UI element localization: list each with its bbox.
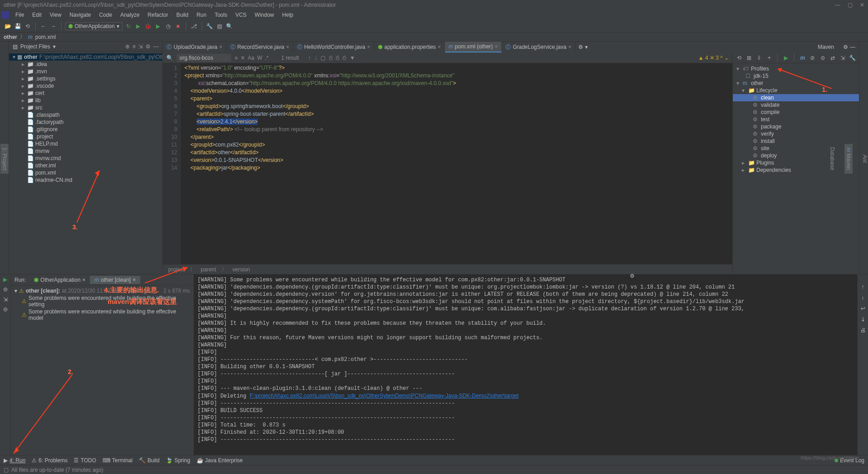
menu-help[interactable]: Help: [278, 11, 297, 19]
minimize-icon[interactable]: —: [835, 2, 840, 8]
run-result-tree[interactable]: ▾⚠ other [clean]: at 2020/12/30 11:20 wi…: [11, 285, 193, 455]
run-tab-clean[interactable]: mother [clean]×: [90, 276, 140, 284]
menu-refactor[interactable]: Refactor: [144, 11, 172, 19]
console-up-icon[interactable]: ↑: [862, 284, 864, 290]
console-down-icon[interactable]: ↓: [862, 294, 864, 301]
select-opened-icon[interactable]: ⊕: [125, 43, 130, 50]
chevron-down-icon[interactable]: ▾: [585, 44, 588, 50]
expand-all-icon[interactable]: ≡: [132, 43, 136, 50]
stop-icon[interactable]: ■: [174, 22, 182, 30]
run-warning-row[interactable]: ⚠Some problems were encountered while bu…: [14, 294, 190, 308]
rerun-icon[interactable]: ▶: [3, 276, 7, 283]
tree-item[interactable]: 📄pom.xml: [9, 169, 162, 176]
maven-lifecycle[interactable]: ▾📁Lifecycle: [733, 87, 859, 94]
editor-tab[interactable]: mpom.xml (other)×: [445, 42, 502, 52]
find-input[interactable]: [177, 54, 231, 62]
database-tool-tab[interactable]: Database: [829, 147, 835, 170]
debug-icon[interactable]: 🐞: [144, 22, 152, 30]
save-icon[interactable]: 💾: [14, 22, 22, 30]
menu-build[interactable]: Build: [173, 11, 192, 19]
menu-run[interactable]: Run: [193, 11, 210, 19]
tree-item[interactable]: 📄.classpath: [9, 111, 162, 118]
menu-window[interactable]: Window: [251, 11, 278, 19]
close-window-icon[interactable]: ✕: [860, 2, 864, 8]
wrench-icon[interactable]: 🔧: [206, 22, 214, 30]
console-scroll-icon[interactable]: ⤓: [861, 316, 865, 322]
menu-code[interactable]: Code: [95, 11, 116, 19]
tree-item[interactable]: ▸.idea: [9, 61, 162, 68]
bottom-tab[interactable]: ▶4: Run: [4, 457, 25, 464]
menu-edit[interactable]: Edit: [28, 11, 45, 19]
hide-panel-icon[interactable]: —: [153, 43, 159, 50]
tree-item[interactable]: 📄HELP.md: [9, 140, 162, 147]
crumb-version[interactable]: version: [232, 266, 250, 273]
maximize-icon[interactable]: ▢: [848, 2, 853, 8]
maven-wrench-icon[interactable]: 🔧: [849, 54, 856, 62]
maven-add-icon[interactable]: +: [765, 54, 773, 62]
maven-jdk15[interactable]: ☐jdk-15: [733, 72, 859, 80]
console-settings-icon[interactable]: [630, 273, 635, 279]
tree-item[interactable]: 📄.gitignore: [9, 126, 162, 133]
collapse-icon[interactable]: ⇲: [138, 43, 143, 50]
maven-goal-deploy[interactable]: deploy: [733, 152, 859, 159]
project-panel-title[interactable]: Project Files: [20, 43, 50, 50]
maven-goal-install[interactable]: install: [733, 137, 859, 145]
close-icon[interactable]: ×: [568, 44, 571, 50]
project-tool-tab[interactable]: 1: Project: [0, 144, 9, 174]
editor-tab[interactable]: ⒸRecordService.java×: [226, 42, 293, 52]
maven-hide-icon[interactable]: —: [850, 44, 855, 50]
maven-run-icon[interactable]: ▶: [782, 54, 789, 62]
maven-tool-tab[interactable]: m Maven: [844, 144, 853, 173]
run-tab-otherapp[interactable]: ⬢OtherApplication×: [29, 276, 90, 284]
open-icon[interactable]: 📂: [4, 22, 12, 30]
maven-download-icon[interactable]: ⇩: [755, 54, 763, 62]
maven-offline-icon[interactable]: ⊝: [819, 54, 826, 62]
editor-tab[interactable]: ⒸHelloWorldController.java×: [293, 42, 374, 52]
profile-icon[interactable]: ◷: [164, 22, 172, 30]
find-filter-icon[interactable]: ▼: [349, 55, 355, 61]
maven-profiles[interactable]: ▾🏷Profiles: [733, 65, 859, 72]
maven-goal-compile[interactable]: compile: [733, 109, 859, 116]
maven-goal-clean[interactable]: clean: [733, 94, 859, 101]
tree-item[interactable]: 📄readme-CN.md: [9, 176, 162, 184]
maven-goal-package[interactable]: package: [733, 123, 859, 130]
coverage-icon[interactable]: ▶: [154, 22, 162, 30]
maven-tree[interactable]: ▾🏷Profiles ☐jdk-15 ▾mother ▾📁Lifecycle c…: [733, 63, 859, 274]
tree-item[interactable]: ▸lib: [9, 97, 162, 104]
bottom-tab[interactable]: ⚠6: Problems: [32, 457, 67, 464]
tree-item[interactable]: 📄mvnw.cmd: [9, 155, 162, 162]
gear-icon[interactable]: [578, 44, 583, 50]
maven-dependencies[interactable]: ▸📁Dependencies: [733, 166, 859, 174]
close-icon[interactable]: ×: [219, 44, 222, 50]
tree-item[interactable]: ▸src: [9, 104, 162, 111]
project-tree[interactable]: ▾ ▦ other F:\project\AI\axc.px82.com\Loo…: [9, 52, 162, 274]
console-wrap-icon[interactable]: ↩: [861, 305, 865, 312]
breadcrumb-file[interactable]: pom.xml: [35, 34, 56, 40]
find-search-icon[interactable]: 🔍: [166, 55, 173, 61]
close-icon[interactable]: ×: [367, 44, 370, 50]
ant-tool-tab[interactable]: Ant: [862, 155, 868, 163]
menu-analyze[interactable]: Analyze: [117, 11, 143, 19]
structure-icon[interactable]: ▤: [216, 22, 224, 30]
search-icon[interactable]: 🔍: [226, 22, 234, 30]
maven-tool-label[interactable]: Maven: [812, 42, 840, 52]
close-icon[interactable]: ×: [495, 43, 498, 50]
back-icon[interactable]: ←: [39, 22, 47, 30]
maven-generate-icon[interactable]: ⊞: [745, 54, 753, 62]
editor-tab[interactable]: ⬢application.properties×: [374, 42, 445, 52]
tree-item[interactable]: ▸.vscode: [9, 82, 162, 90]
tree-root[interactable]: ▾ ▦ other F:\project\AI\axc.px82.com\Loo…: [9, 53, 162, 61]
menu-file[interactable]: File: [12, 11, 28, 19]
tree-item[interactable]: ▸.settings: [9, 75, 162, 82]
maven-root-other[interactable]: ▾mother: [733, 80, 859, 87]
run-settings-icon[interactable]: ⇲: [3, 296, 8, 303]
run-warning-row[interactable]: ⚠Some problems were encountered while bu…: [14, 308, 190, 322]
tree-item[interactable]: 📄other.iml: [9, 162, 162, 169]
vcs-icon[interactable]: ⎇: [190, 22, 198, 30]
menu-tools[interactable]: Tools: [211, 11, 231, 19]
maven-reload-icon[interactable]: ⟲: [736, 54, 743, 62]
find-prev-icon[interactable]: ↑: [308, 55, 311, 61]
find-more2-icon[interactable]: ⎙: [336, 55, 339, 61]
maven-goal-verify[interactable]: verify: [733, 130, 859, 137]
tree-item[interactable]: 📄.factorypath: [9, 118, 162, 126]
